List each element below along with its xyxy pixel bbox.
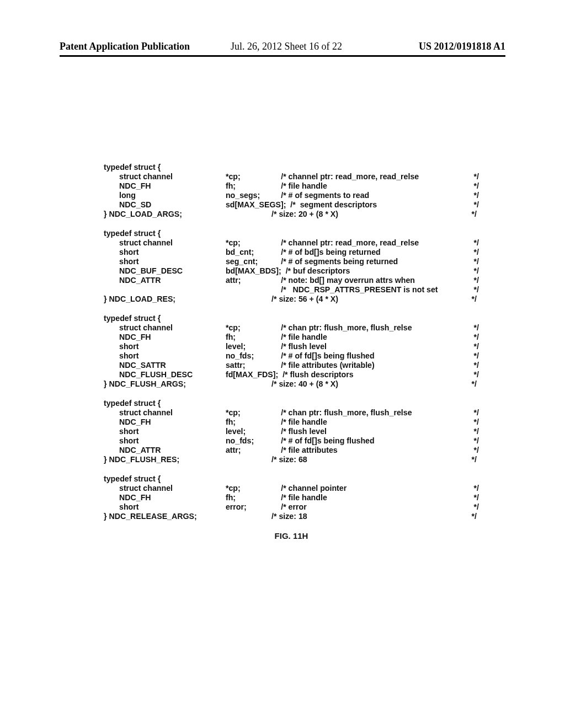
struct-open: typedef struct { [104, 399, 479, 409]
code-row: NDC_ATTRattr;/* file attributes*/ [104, 446, 479, 456]
code-type: short [104, 503, 226, 512]
code-comment: bd[MAX_BDS]; /* buf descriptors [226, 267, 468, 276]
code-comment-end: */ [468, 173, 479, 182]
code-name: attr; [226, 446, 281, 456]
code-comment-end: */ [468, 276, 479, 286]
code-comment-end: */ [468, 371, 479, 380]
struct-block: typedef struct {struct channel*cp;/* cha… [104, 475, 479, 522]
code-name: attr; [226, 276, 281, 286]
code-type: NDC_FH [104, 494, 226, 503]
code-name: level; [226, 427, 281, 437]
header-rule [60, 55, 505, 57]
code-comment: /* flush level [281, 427, 468, 437]
header-center: Jul. 26, 2012 Sheet 16 of 22 [231, 41, 342, 52]
code-type: short [104, 427, 226, 437]
code-comment-end: */ [468, 239, 479, 248]
code-type: NDC_SATTR [104, 361, 226, 371]
code-comment: /* error [281, 503, 468, 512]
code-name: fh; [226, 333, 281, 342]
code-row: NDC_SDsd[MAX_SEGS]; /* segment descripto… [104, 201, 479, 210]
code-type [104, 286, 226, 295]
code-name: no_segs; [226, 191, 281, 201]
code-type: NDC_FH [104, 182, 226, 191]
code-comment: /* file handle [281, 182, 468, 191]
code-type: NDC_FH [104, 333, 226, 342]
struct-open: typedef struct { [104, 229, 479, 239]
code-row: NDC_ATTRattr;/* note: bd[] may overrun a… [104, 276, 479, 286]
code-name [226, 286, 281, 295]
struct-block: typedef struct {struct channel*cp;/* cha… [104, 399, 479, 465]
code-comment: /* # of fd[]s being flushed [281, 437, 468, 446]
code-comment: /* size: 18 [271, 512, 466, 522]
code-type: struct channel [104, 409, 226, 418]
code-comment-end: */ [468, 409, 479, 418]
code-name: *cp; [226, 173, 281, 182]
struct-close: } NDC_FLUSH_ARGS;/* size: 40 + (8 * X)*/ [104, 380, 479, 389]
code-name: *cp; [226, 324, 281, 333]
code-type: NDC_BUF_DESC [104, 267, 226, 276]
struct-close-name: } NDC_LOAD_ARGS; [104, 210, 271, 220]
struct-close-name: } NDC_RELEASE_ARGS; [104, 512, 271, 522]
struct-close: } NDC_FLUSH_RES;/* size: 68*/ [104, 456, 479, 465]
code-row: shortlevel;/* flush level*/ [104, 427, 479, 437]
code-comment: /* file attributes [281, 446, 468, 456]
code-name: seg_cnt; [226, 258, 281, 267]
code-comment: /* file handle [281, 494, 468, 503]
code-name: fh; [226, 418, 281, 427]
code-row: NDC_SATTRsattr;/* file attributes (writa… [104, 361, 479, 371]
code-name: *cp; [226, 409, 281, 418]
code-row: struct channel*cp;/* channel ptr: read_m… [104, 173, 479, 182]
code-row: NDC_FHfh;/* file handle*/ [104, 494, 479, 503]
code-comment: /* chan ptr: flush_more, flush_relse [281, 409, 468, 418]
code-comment: /* NDC_RSP_ATTRS_PRESENT is not set [281, 286, 468, 295]
code-name: no_fds; [226, 437, 281, 446]
header-right: US 2012/0191818 A1 [419, 41, 505, 52]
code-type: short [104, 248, 226, 258]
code-name: sattr; [226, 361, 281, 371]
code-type: short [104, 258, 226, 267]
code-comment: /* chan ptr: flush_more, flush_relse [281, 324, 468, 333]
code-comment: /* size: 40 + (8 * X) [271, 380, 466, 389]
struct-close: } NDC_LOAD_ARGS;/* size: 20 + (8 * X)*/ [104, 210, 479, 220]
code-type: NDC_ATTR [104, 276, 226, 286]
code-row: NDC_FHfh;/* file handle*/ [104, 182, 479, 191]
code-type: short [104, 342, 226, 352]
figure-caption: FIG. 11H [104, 532, 479, 540]
struct-close: } NDC_LOAD_RES;/* size: 56 + (4 * X)*/ [104, 295, 479, 304]
code-name: level; [226, 342, 281, 352]
code-name: *cp; [226, 239, 281, 248]
code-comment: /* size: 56 + (4 * X) [271, 295, 466, 304]
code-type: NDC_FH [104, 418, 226, 427]
code-comment: /* file handle [281, 418, 468, 427]
code-comment: /* flush level [281, 342, 468, 352]
code-comment: /* note: bd[] may overrun attrs when [281, 276, 468, 286]
struct-close-name: } NDC_FLUSH_RES; [104, 456, 271, 465]
code-listing: typedef struct {struct channel*cp;/* cha… [104, 163, 479, 540]
code-type: struct channel [104, 324, 226, 333]
struct-block: typedef struct {struct channel*cp;/* cha… [104, 314, 479, 389]
code-type: struct channel [104, 239, 226, 248]
code-comment: /* channel ptr: read_more, read_relse [281, 239, 468, 248]
code-comment-end: */ [468, 182, 479, 191]
code-row: NDC_BUF_DESCbd[MAX_BDS]; /* buf descript… [104, 267, 479, 276]
struct-close-name: } NDC_FLUSH_ARGS; [104, 380, 271, 389]
code-name: no_fds; [226, 352, 281, 361]
code-comment-end: */ [468, 446, 479, 456]
code-row: NDC_FLUSH_DESCfd[MAX_FDS]; /* flush desc… [104, 371, 479, 380]
code-comment: /* file handle [281, 333, 468, 342]
code-row: /* NDC_RSP_ATTRS_PRESENT is not set*/ [104, 286, 479, 295]
struct-open: typedef struct { [104, 475, 479, 484]
struct-block: typedef struct {struct channel*cp;/* cha… [104, 163, 479, 220]
code-comment-end: */ [466, 210, 477, 220]
code-comment: fd[MAX_FDS]; /* flush descriptors [226, 371, 468, 380]
code-comment-end: */ [468, 286, 479, 295]
code-comment: /* # of fd[]s being flushed [281, 352, 468, 361]
code-type: long [104, 191, 226, 201]
code-comment-end: */ [466, 295, 477, 304]
code-name: bd_cnt; [226, 248, 281, 258]
code-type: NDC_SD [104, 201, 226, 210]
code-name: error; [226, 503, 281, 512]
code-comment-end: */ [468, 267, 479, 276]
code-comment: /* # of bd[]s being returned [281, 248, 468, 258]
code-comment: /* channel ptr: read_more, read_relse [281, 173, 468, 182]
